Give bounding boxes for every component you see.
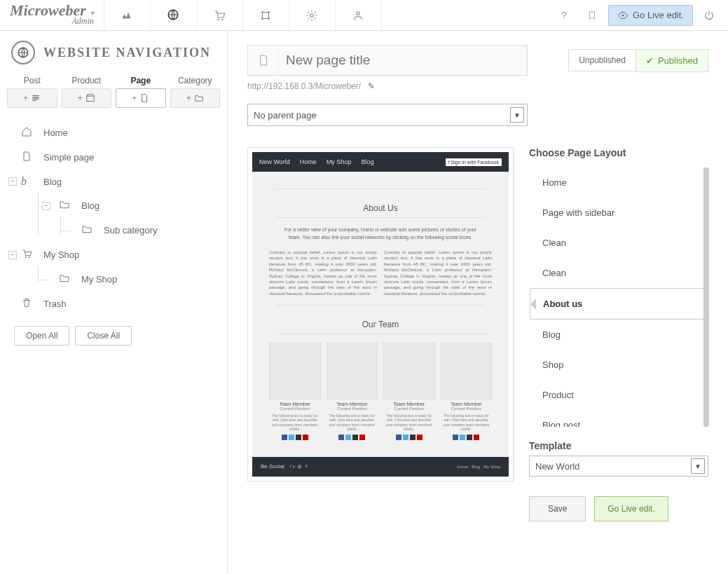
parent-value: No parent page [254,110,317,121]
nav-website[interactable] [151,0,197,30]
eye-icon [617,10,629,21]
check-icon: ✔ [646,55,654,66]
nav-settings[interactable] [289,0,336,30]
tree-simple[interactable]: Simple page [0,145,227,170]
topbar: Microweber▾ Admin ? Go Live edit. [0,0,728,31]
layout-item[interactable]: Shop [530,350,708,380]
svg-point-8 [357,11,360,15]
edit-url-icon[interactable]: ✎ [368,81,375,91]
layout-item[interactable]: Clean [530,228,708,258]
page-icon [21,151,34,164]
published-button[interactable]: ✔Published [636,49,708,72]
close-all-button[interactable]: Close All [75,326,132,346]
preview-team-member: Team MemberCurrent PositionThe following… [441,343,493,440]
create-page[interactable]: Page+ [116,76,166,108]
caret-icon: ▾ [90,10,94,16]
layout-item[interactable]: Product [530,380,708,410]
create-row: Post+ Product+ Page+ Category+ [0,73,227,116]
collapse-icon[interactable]: − [8,251,17,259]
trash-icon [21,297,34,310]
svg-point-11 [25,257,27,258]
preview-team-member: Team MemberCurrent PositionThe following… [383,343,435,440]
nav-dashboard[interactable] [104,0,151,30]
top-nav [104,0,382,30]
collapse-icon[interactable]: − [8,177,17,186]
tree-myshop[interactable]: −My Shop [0,242,227,267]
open-all-button[interactable]: Open All [14,326,69,346]
power-icon[interactable] [697,4,721,27]
svg-point-1 [218,18,219,20]
layout-preview: New World Home My Shop Blog f Sign in wi… [247,147,514,481]
svg-point-12 [29,257,30,258]
tree-blog-sub[interactable]: −Blog [31,193,227,218]
go-live-top-button[interactable]: Go Live edit. [608,5,693,26]
content: Unpublished ✔Published http://192.168.0.… [228,31,728,574]
page-url: http://192.168.0.3/Microweber/ [247,81,361,91]
svg-point-7 [310,13,314,17]
home-icon [21,126,34,139]
page-icon [248,45,279,76]
template-value: New World [535,461,579,472]
scrollbar[interactable] [703,168,709,427]
tree-home[interactable]: Home [0,121,227,145]
nav-tree: Home Simple page −bBlog −Blog Sub catego… [0,116,227,316]
bookmark-icon[interactable] [580,4,604,27]
cart-icon [21,248,34,261]
folder-icon [59,199,71,212]
nav-users[interactable] [336,0,382,30]
save-button[interactable]: Save [529,496,586,521]
layout-list: HomePage with sidebarCleanCleanAbout usB… [529,167,708,428]
nav-shop[interactable] [197,0,243,30]
svg-point-4 [268,11,270,13]
tree-trash[interactable]: Trash [0,292,227,316]
template-label: Template [529,440,708,451]
go-live-label: Go Live edit. [633,10,684,20]
page-title-input[interactable] [279,53,527,68]
layout-item[interactable]: Clean [530,258,708,288]
layout-item[interactable]: Blog [530,320,708,350]
preview-team-member: Team MemberCurrent PositionThe following… [327,343,378,440]
title-bar: Unpublished ✔Published [247,45,708,76]
svg-point-6 [268,18,270,20]
layout-heading: Choose Page Layout [529,147,708,158]
svg-point-5 [261,18,263,20]
globe-icon [11,41,35,64]
collapse-icon[interactable]: − [42,202,50,210]
action-row: Save Go Live edit. [529,496,708,521]
svg-point-3 [261,11,263,13]
brand-sub: Admin [10,16,94,27]
preview-footer: Be Social f ▸ ◉ ✦ Home · Blog · My Shop [252,457,509,477]
sidebar-title: WEBSITE NAVIGATION [43,46,211,60]
page-title-input-wrap [247,45,528,76]
preview-about-title: About Us [262,203,499,213]
layout-item[interactable]: Page with sidebar [530,198,708,228]
top-right: ? Go Live edit. [552,0,728,30]
right-panel: Choose Page Layout HomePage with sidebar… [529,147,708,521]
tree-buttons: Open All Close All [0,316,227,355]
preview-header: New World Home My Shop Blog f Sign in wi… [252,152,509,172]
chevron-down-icon: ▼ [510,107,524,123]
svg-point-9 [622,14,624,16]
layout-item[interactable]: Home [530,168,708,198]
tree-subcategory[interactable]: Sub category [53,218,227,242]
go-live-button[interactable]: Go Live edit. [594,496,668,521]
preview-team-member: Team MemberCurrent PositionThe following… [269,343,321,440]
tree-blog[interactable]: −bBlog [0,170,227,193]
blog-icon: b [21,175,34,188]
create-category[interactable]: Category+ [170,76,221,108]
nav-modules[interactable] [243,0,289,30]
logo[interactable]: Microweber▾ Admin [0,0,104,30]
folder-icon [81,224,94,237]
tree-myshop-sub[interactable]: My Shop [31,267,227,292]
unpublished-button[interactable]: Unpublished [568,49,636,71]
parent-select[interactable]: No parent page ▼ [247,104,528,126]
layout-item[interactable]: Blog post [530,410,708,427]
svg-point-2 [222,18,224,20]
help-icon[interactable]: ? [552,4,576,27]
template-select[interactable]: New World ▼ [529,456,708,477]
layout-item[interactable]: About us [530,288,708,320]
create-product[interactable]: Product+ [62,76,112,108]
url-row: http://192.168.0.3/Microweber/ ✎ [247,81,708,91]
create-post[interactable]: Post+ [7,76,57,108]
sidebar-heading: WEBSITE NAVIGATION [0,41,227,73]
